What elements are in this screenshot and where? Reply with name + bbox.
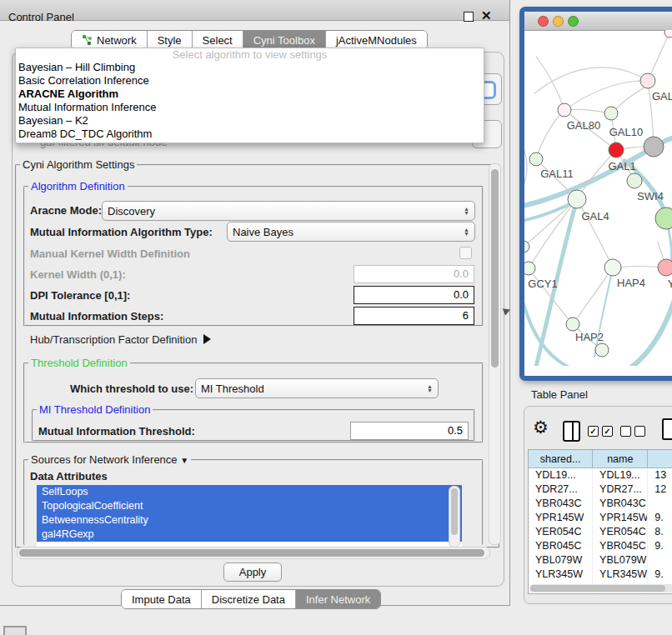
tab-discretize-data[interactable]: Discretize Data bbox=[202, 590, 296, 608]
network-edge[interactable] bbox=[564, 81, 648, 110]
close-traffic-icon[interactable] bbox=[538, 16, 549, 27]
table-cell bbox=[648, 497, 672, 511]
node-HAP4[interactable] bbox=[604, 259, 621, 276]
node-label-GAL80: GAL80 bbox=[567, 119, 600, 132]
dpi-tolerance-field[interactable]: 0.0 bbox=[354, 286, 474, 304]
columns-icon[interactable] bbox=[563, 421, 580, 442]
dropdown-item[interactable]: ARACNE Algorithm bbox=[16, 88, 484, 101]
tab-cyni-toolbox[interactable]: Cyni Toolbox bbox=[243, 31, 326, 49]
table-row[interactable]: YBL079WYBL079W bbox=[529, 553, 672, 568]
attribute-item-selected[interactable]: gal4RGexp bbox=[37, 528, 462, 542]
node-label-GAL4: GAL4 bbox=[581, 210, 609, 222]
network-edge[interactable] bbox=[648, 32, 669, 81]
gear-icon[interactable]: ⚙ bbox=[533, 418, 549, 438]
tab-impute-data[interactable]: Impute Data bbox=[122, 590, 202, 608]
attr-list-scrollbar[interactable] bbox=[449, 486, 460, 548]
table-cell: YLR345W bbox=[593, 568, 648, 582]
data-attributes-label: Data Attributes bbox=[30, 470, 108, 482]
tab-label: Infer Network bbox=[306, 593, 370, 606]
table-horizontal-scrollbar[interactable] bbox=[529, 584, 672, 592]
hub-definition-toggle[interactable]: Hub/Transcription Factor Definition bbox=[30, 333, 211, 346]
tab-jactivemnodules[interactable]: jActiveMNodules bbox=[326, 31, 427, 49]
node-GCY1[interactable] bbox=[524, 262, 535, 275]
dropdown-item[interactable]: Mutual Information Inference bbox=[16, 101, 484, 114]
node-gray[interactable] bbox=[644, 137, 664, 157]
settings-horizontal-scrollbar[interactable] bbox=[17, 547, 490, 559]
minimize-traffic-icon[interactable] bbox=[553, 16, 564, 27]
attribute-item-selected[interactable]: BetweennessCentrality bbox=[37, 513, 462, 528]
attribute-item-selected[interactable]: SelfLoops bbox=[37, 485, 462, 499]
attribute-item-selected[interactable]: TopologicalCoefficient bbox=[37, 499, 462, 513]
column-header[interactable]: name bbox=[593, 450, 648, 468]
document-icon[interactable] bbox=[662, 418, 672, 440]
node-GAL80[interactable] bbox=[558, 103, 571, 117]
mi-threshold-field[interactable]: 0.5 bbox=[350, 422, 469, 440]
tab-network[interactable]: Network bbox=[72, 31, 148, 49]
mi-type-combo[interactable]: Naive Bayes ▲▼ bbox=[227, 222, 475, 242]
zoom-traffic-icon[interactable] bbox=[568, 16, 579, 27]
node-GAL4[interactable] bbox=[568, 190, 586, 208]
node-partial-top[interactable] bbox=[664, 30, 672, 38]
table-panel-title: Table Panel bbox=[531, 388, 588, 401]
manual-kernel-checkbox[interactable] bbox=[459, 247, 472, 259]
which-threshold-value: MI Threshold bbox=[201, 382, 427, 395]
node-GAL11[interactable] bbox=[529, 152, 543, 166]
tab-style[interactable]: Style bbox=[148, 31, 193, 49]
tab-select[interactable]: Select bbox=[193, 31, 243, 49]
node-bottom[interactable] bbox=[595, 343, 609, 357]
close-icon[interactable]: ✕ bbox=[481, 8, 492, 23]
table-row[interactable]: YDL19...YDL19...13 bbox=[529, 468, 672, 482]
table-cell: YLR345W bbox=[529, 568, 593, 582]
float-window-icon[interactable] bbox=[464, 12, 474, 22]
data-attributes-list[interactable]: SelfLoopsTopologicalCoefficientBetweenne… bbox=[37, 485, 462, 547]
node-GAL1-red[interactable] bbox=[609, 142, 624, 158]
mi-steps-field[interactable]: 6 bbox=[354, 307, 474, 325]
node-GAL10[interactable] bbox=[604, 107, 618, 120]
table-row[interactable]: YDR27...YDR27...12 bbox=[529, 482, 672, 497]
node-label-GAL1: GAL1 bbox=[608, 160, 635, 172]
node-table[interactable]: shared...name YDL19...YDL19...13YDR27...… bbox=[528, 449, 672, 594]
network-edge[interactable] bbox=[524, 140, 527, 194]
sources-title: Sources for Network Inference bbox=[31, 453, 178, 466]
node-HAP2[interactable] bbox=[566, 318, 579, 331]
dropdown-placeholder: Select algorithm to view settings bbox=[16, 48, 484, 61]
node-big-green[interactable] bbox=[655, 208, 672, 229]
network-edge[interactable] bbox=[536, 57, 564, 110]
table-row[interactable]: YER054CYER054C8. bbox=[529, 525, 672, 539]
checked-checkbox-icon[interactable]: ✓ bbox=[588, 426, 599, 437]
sources-legend[interactable]: Sources for Network Inference ▼ bbox=[28, 453, 191, 466]
node-SWI4[interactable] bbox=[627, 173, 642, 188]
settings-vertical-scrollbar[interactable] bbox=[489, 163, 501, 545]
network-edge[interactable] bbox=[536, 110, 564, 159]
node-label-GAL11: GAL11 bbox=[540, 168, 574, 180]
which-threshold-combo[interactable]: MI Threshold ▲▼ bbox=[195, 378, 439, 398]
which-threshold-label: Which threshold to use: bbox=[70, 382, 193, 395]
unchecked-checkbox-icon[interactable] bbox=[634, 426, 645, 437]
network-edge[interactable] bbox=[604, 300, 672, 366]
table-row[interactable]: YLR345WYLR345W9. bbox=[529, 568, 672, 582]
column-header[interactable] bbox=[648, 450, 672, 468]
control-panel-titlebar[interactable] bbox=[0, 0, 509, 21]
unchecked-checkbox-icon[interactable] bbox=[620, 426, 631, 437]
control-panel-title: Control Panel bbox=[8, 11, 74, 23]
dropdown-item[interactable]: Basic Correlation Inference bbox=[16, 74, 484, 88]
dropdown-item[interactable]: Bayesian – Hill Climbing bbox=[16, 61, 484, 74]
mi-threshold-label: Mutual Information Threshold: bbox=[38, 425, 195, 438]
table-row[interactable]: YBR045CYBR045C9. bbox=[529, 539, 672, 553]
table-row[interactable]: YBR043CYBR043C bbox=[529, 497, 672, 511]
kernel-width-field[interactable]: 0.0 bbox=[354, 265, 474, 283]
table-row[interactable]: YPR145WYPR145W9. bbox=[529, 511, 672, 525]
dropdown-item[interactable]: Dream8 DC_TDC Algorithm bbox=[16, 128, 484, 141]
node-pink-top[interactable] bbox=[640, 73, 655, 88]
column-header[interactable]: shared... bbox=[529, 450, 593, 468]
checked-checkbox-icon[interactable]: ✓ bbox=[602, 426, 613, 437]
tab-infer-network[interactable]: Infer Network bbox=[296, 590, 380, 608]
table-cell: YPR145W bbox=[529, 511, 593, 525]
aracne-mode-combo[interactable]: Discovery ▲▼ bbox=[102, 201, 475, 221]
apply-button[interactable]: Apply bbox=[223, 562, 282, 582]
table-cell: YDL19... bbox=[593, 468, 648, 482]
tab-label: Impute Data bbox=[132, 593, 191, 606]
dropdown-item[interactable]: Bayesian – K2 bbox=[16, 114, 484, 128]
network-canvas[interactable]: GALGAL80GAL10GAL1GAL11SWI4GAL4GCY1HAP4YH… bbox=[524, 30, 672, 366]
node-salmon[interactable] bbox=[658, 259, 672, 276]
